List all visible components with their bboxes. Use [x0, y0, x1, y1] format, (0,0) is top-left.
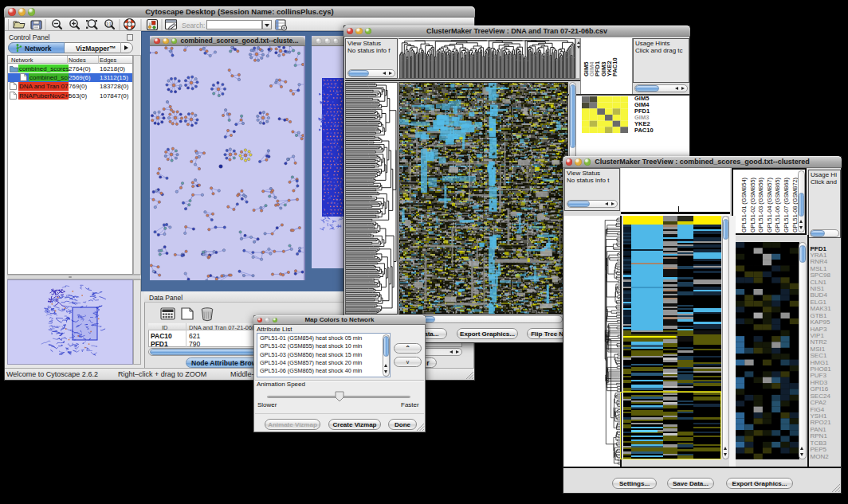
svg-text:1:1: 1:1: [106, 22, 112, 26]
